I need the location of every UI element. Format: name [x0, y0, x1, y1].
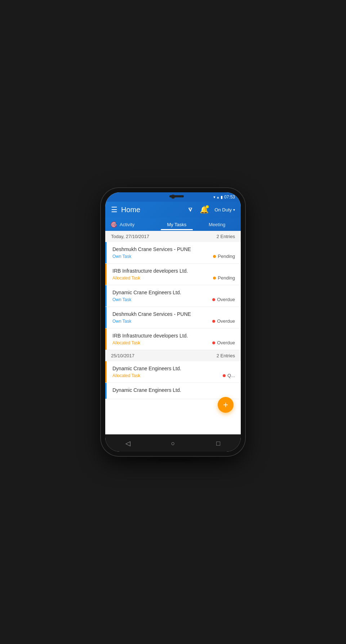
task-bottom: Own Task Pending: [112, 254, 235, 259]
status-dot: [212, 298, 215, 301]
target-icon: 🎯: [110, 221, 117, 228]
task-status: Overdue: [212, 297, 235, 302]
status-dot: [213, 277, 216, 279]
back-button[interactable]: ◁: [121, 438, 135, 449]
chevron-down-icon: ▾: [233, 208, 235, 212]
tab-my-tasks[interactable]: My Tasks: [157, 218, 197, 230]
task-type: Own Task: [112, 254, 131, 259]
signal-icon: ▴: [217, 195, 219, 200]
section-date-2: 25/10/2017: [111, 353, 134, 358]
task-type: Allocated Task: [112, 276, 140, 281]
recent-button[interactable]: □: [211, 438, 225, 449]
phone-frame: ▾ ▴ ▮ 07:53 ☰ Home ⛛ 🔔 On Duty ▾: [101, 188, 245, 456]
section-header-2: 25/10/2017 2 Entries: [105, 350, 241, 361]
wifi-icon: ▾: [213, 195, 216, 200]
task-company: IRB Infrastructure developers Ltd.: [112, 333, 235, 339]
task-status: Overdue: [212, 318, 235, 324]
task-bottom: Allocated Task Overdue: [112, 340, 235, 345]
tab-meeting-label: Meeting: [209, 222, 225, 227]
app-header: ☰ Home ⛛ 🔔 On Duty ▾: [105, 202, 241, 218]
status-dot: [212, 341, 215, 344]
phone-speaker: [169, 195, 184, 197]
status-dot: [223, 374, 226, 377]
status-time: 07:53: [224, 194, 235, 200]
task-company: Deshmukh Crane Services - PUNE: [112, 246, 235, 252]
status-label: Overdue: [217, 297, 235, 302]
tab-my-tasks-label: My Tasks: [167, 222, 186, 227]
task-bottom: Own Task Overdue: [112, 297, 235, 302]
task-type: Own Task: [112, 319, 131, 324]
status-dot: [212, 320, 215, 323]
header-right: ⛛ 🔔 On Duty ▾: [187, 205, 235, 214]
recent-icon: □: [216, 440, 220, 447]
task-item[interactable]: Dynamic Crane Engineers Ltd. Allocated T…: [105, 361, 241, 383]
tab-meeting[interactable]: Meeting: [197, 218, 237, 230]
tab-activity-label: Activity: [120, 222, 134, 227]
status-label: Pending: [218, 254, 235, 259]
duty-dropdown[interactable]: On Duty ▾: [214, 207, 235, 213]
tab-bar: 🎯 Activity My Tasks Meeting: [105, 218, 241, 231]
task-bottom: Allocated Task Q...: [112, 373, 235, 378]
battery-icon: ▮: [221, 195, 223, 200]
section-entries-1: 2 Entries: [217, 234, 235, 239]
task-type: Allocated Task: [112, 373, 140, 378]
task-status: Overdue: [212, 340, 235, 345]
tab-activity[interactable]: 🎯 Activity: [109, 218, 157, 231]
task-item[interactable]: Dynamic Crane Engineers Ltd. Own Task Ov…: [105, 285, 241, 307]
status-icons: ▾ ▴ ▮ 07:53: [213, 194, 235, 200]
bottom-nav: ◁ ○ □: [105, 434, 241, 452]
task-bottom: Allocated Task Pending: [112, 275, 235, 281]
task-status: Q...: [223, 373, 235, 378]
section-entries-2: 2 Entries: [217, 353, 235, 358]
task-item[interactable]: IRB Infrastructure developers Ltd. Alloc…: [105, 264, 241, 285]
header-left: ☰ Home: [111, 205, 140, 214]
status-label: Q...: [227, 373, 235, 378]
task-status: Pending: [213, 275, 235, 281]
task-status: Pending: [213, 254, 235, 259]
task-company: IRB Infrastructure developers Ltd.: [112, 268, 235, 274]
content-wrapper: Today, 27/10/2017 2 Entries Deshmukh Cra…: [105, 231, 241, 434]
status-dot: [213, 255, 216, 258]
plus-icon: +: [223, 400, 228, 410]
task-company: Deshmukh Crane Services - PUNE: [112, 311, 235, 317]
task-type: Own Task: [112, 297, 131, 302]
task-item[interactable]: IRB Infrastructure developers Ltd. Alloc…: [105, 328, 241, 350]
task-company: Dynamic Crane Engineers Ltd.: [112, 387, 235, 393]
task-item[interactable]: Deshmukh Crane Services - PUNE Own Task …: [105, 242, 241, 264]
status-label: Overdue: [217, 318, 235, 324]
notification-button[interactable]: 🔔: [200, 205, 209, 214]
task-item[interactable]: Deshmukh Crane Services - PUNE Own Task …: [105, 307, 241, 328]
task-company: Dynamic Crane Engineers Ltd.: [112, 366, 235, 371]
section-header-1: Today, 27/10/2017 2 Entries: [105, 231, 241, 242]
section-date-1: Today, 27/10/2017: [111, 234, 149, 239]
header-title: Home: [121, 206, 140, 214]
home-button[interactable]: ○: [166, 438, 180, 449]
task-type: Allocated Task: [112, 340, 140, 345]
filter-icon[interactable]: ⛛: [187, 206, 194, 214]
back-icon: ◁: [125, 439, 130, 447]
status-label: Pending: [218, 275, 235, 281]
hamburger-icon[interactable]: ☰: [111, 205, 117, 214]
task-item[interactable]: Dynamic Crane Engineers Ltd.: [105, 383, 241, 399]
task-company: Dynamic Crane Engineers Ltd.: [112, 290, 235, 295]
phone-shadow: [115, 456, 231, 463]
home-icon: ○: [171, 440, 175, 447]
status-label: Overdue: [217, 340, 235, 345]
add-task-button[interactable]: +: [218, 397, 234, 413]
task-bottom: Own Task Overdue: [112, 318, 235, 324]
phone-screen: ▾ ▴ ▮ 07:53 ☰ Home ⛛ 🔔 On Duty ▾: [105, 192, 241, 452]
tab-underline: [161, 229, 193, 230]
duty-label: On Duty: [214, 207, 232, 213]
